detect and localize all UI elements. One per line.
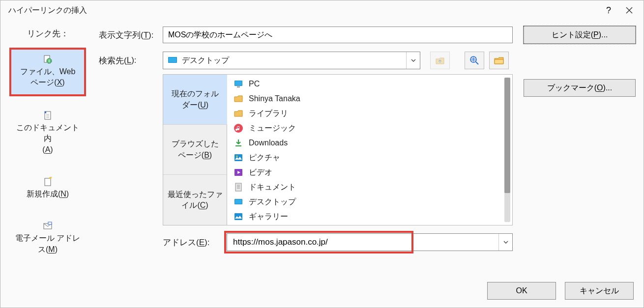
tab-current-folder[interactable]: 現在のフォル ダー(U): [163, 75, 227, 125]
list-item[interactable]: Shinya Tanaka: [229, 91, 510, 106]
look-in-combo[interactable]: デスクトップ: [163, 52, 420, 69]
desktop-icon: [167, 55, 178, 66]
scrollbar-thumb[interactable]: [504, 78, 510, 193]
file-browser-tabs: 現在のフォル ダー(U) ブラウズした ページ(B): [163, 75, 227, 225]
link-type-email[interactable]: 電子メール アドレ ス(M): [11, 216, 85, 261]
pc-icon: [233, 79, 244, 89]
display-text-input[interactable]: [163, 27, 513, 43]
document-icon: [233, 182, 244, 193]
address-label: アドレス(E):: [163, 237, 227, 248]
svg-line-15: [476, 62, 478, 64]
link-type-file-web[interactable]: ファイル、Web ページ(X): [11, 49, 85, 95]
browse-file-button[interactable]: [489, 52, 509, 69]
file-browser-panel: 現在のフォル ダー(U) ブラウズした ページ(B): [163, 74, 513, 225]
list-item[interactable]: Downloads: [229, 136, 510, 150]
scrollbar[interactable]: [504, 78, 510, 222]
folder-icon: [233, 108, 244, 119]
link-type-sidebar: リンク先： ファイル、Web ページ(X) このドキュメント内 (A): [7, 26, 88, 301]
address-dropdown-button[interactable]: [498, 234, 512, 251]
look-in-value: デスクトップ: [182, 56, 406, 66]
display-text-label: 表示文字列(T):: [99, 29, 163, 41]
list-item-label: ライブラリ: [249, 109, 288, 119]
link-type-this-document[interactable]: このドキュメント内 (A): [11, 106, 85, 161]
svg-rect-13: [169, 57, 176, 62]
document-bookmark-icon: [13, 111, 83, 120]
svg-rect-18: [237, 86, 240, 87]
list-item[interactable]: ピクチャ: [229, 150, 510, 165]
display-text-row: 表示文字列(T): ヒント設定(P)...: [99, 26, 636, 44]
file-list[interactable]: PCShinya TanakaライブラリミュージックDownloadsピクチャビ…: [227, 75, 512, 225]
link-type-new-document[interactable]: 新規作成(N): [11, 172, 85, 205]
list-item-label: ピクチャ: [249, 153, 280, 163]
svg-rect-21: [234, 154, 242, 161]
address-row: アドレス(E):: [163, 233, 513, 251]
dialog-title: ハイパーリンクの挿入: [8, 5, 598, 16]
list-item[interactable]: ミュージック: [229, 121, 510, 136]
tab-recent-files[interactable]: 最近使ったファ イル(C): [163, 175, 227, 225]
list-item-label: ドキュメント: [249, 182, 296, 193]
cancel-button[interactable]: キャンセル: [565, 282, 634, 300]
list-item[interactable]: ライブラリ: [229, 106, 510, 121]
list-item[interactable]: ドキュメント: [229, 180, 510, 195]
list-item-label: Downloads: [249, 139, 288, 147]
look-in-label: 検索先(L):: [99, 52, 163, 69]
globe-doc-icon: [13, 55, 82, 64]
list-item[interactable]: ギャラリー: [229, 209, 510, 224]
up-folder-button[interactable]: [430, 52, 450, 69]
bookmark-button[interactable]: ブックマーク(O)...: [524, 79, 636, 97]
list-item-label: ギャラリー: [249, 212, 288, 222]
list-item[interactable]: ネットワーク: [229, 224, 510, 225]
folder-icon: [233, 93, 244, 104]
titlebar: ハイパーリンクの挿入 ?: [0, 0, 644, 20]
help-button[interactable]: ?: [598, 1, 619, 20]
link-type-this-doc-line1: このドキュメント内: [16, 123, 79, 142]
download-icon: [233, 138, 244, 148]
ok-button[interactable]: OK: [487, 282, 556, 300]
tab-browsed-pages[interactable]: ブラウズした ページ(B): [163, 125, 227, 175]
list-item-label: PC: [249, 80, 260, 88]
list-item-label: Shinya Tanaka: [249, 94, 300, 103]
svg-rect-25: [235, 183, 241, 191]
desktop-icon: [233, 196, 244, 207]
address-input[interactable]: [227, 234, 498, 251]
gallery-icon: [233, 211, 244, 222]
link-type-email-line1: 電子メール アドレ: [15, 234, 80, 242]
new-document-icon: [13, 177, 83, 187]
svg-point-19: [234, 124, 243, 133]
svg-rect-11: [48, 222, 52, 224]
svg-rect-8: [45, 178, 51, 186]
video-icon: [233, 167, 244, 178]
music-icon: [233, 123, 244, 134]
svg-rect-17: [235, 81, 242, 85]
close-button[interactable]: [619, 1, 640, 20]
svg-rect-30: [235, 199, 242, 204]
envelope-icon: [13, 221, 83, 231]
list-item-label: デスクトップ: [249, 197, 296, 207]
link-to-label: リンク先：: [27, 28, 69, 39]
svg-point-22: [236, 156, 238, 157]
chevron-down-icon[interactable]: [406, 52, 420, 69]
list-item[interactable]: デスクトップ: [229, 195, 510, 209]
svg-rect-31: [234, 213, 242, 220]
list-item-label: ビデオ: [249, 168, 272, 178]
insert-hyperlink-dialog: ハイパーリンクの挿入 ? リンク先： ファイル、Web ページ(X): [0, 0, 644, 308]
browse-web-button[interactable]: [465, 52, 484, 69]
screentip-button[interactable]: ヒント設定(P)...: [524, 26, 636, 44]
list-item[interactable]: ビデオ: [229, 165, 510, 180]
dialog-buttons: OK キャンセル: [487, 282, 634, 300]
list-item[interactable]: PC: [229, 77, 510, 91]
look-in-row: 検索先(L): デスクトップ: [99, 52, 636, 251]
list-item-label: ミュージック: [249, 123, 296, 134]
pictures-icon: [233, 152, 244, 163]
link-type-file-web-line1: ファイル、Web: [20, 67, 76, 76]
main-panel: 表示文字列(T): ヒント設定(P)... 検索先(L):: [88, 26, 636, 301]
